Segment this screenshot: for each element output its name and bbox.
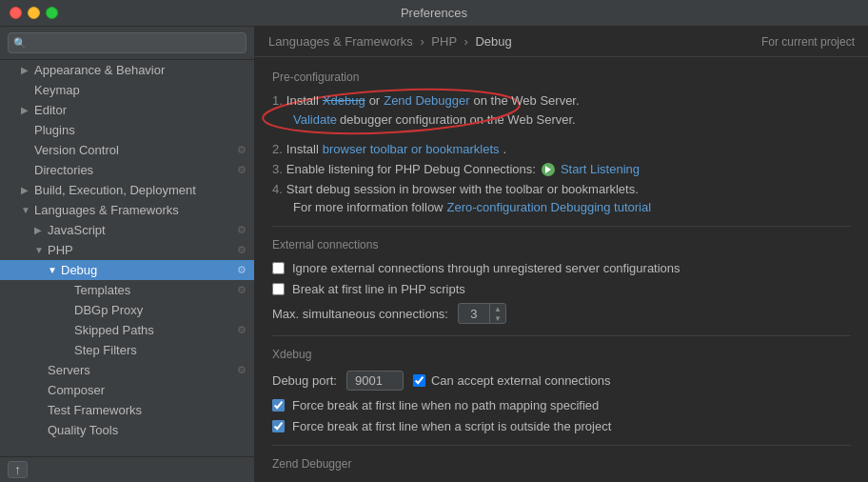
break-first-label: Break at first line in PHP scripts (292, 282, 465, 296)
sidebar-item-test-frameworks[interactable]: Test Frameworks (0, 400, 254, 420)
sidebar-item-directories[interactable]: Directories ⚙ (0, 160, 254, 180)
validate-link[interactable]: Validate (293, 112, 337, 127)
force-break-path-label: Force break at first line when no path m… (292, 398, 599, 412)
sidebar-item-quality-tools[interactable]: Quality Tools (0, 420, 254, 440)
arrow-icon: ▶ (21, 185, 34, 195)
breadcrumb-part1: Languages & Frameworks (268, 34, 413, 49)
force-break-outside-checkbox[interactable] (272, 420, 285, 432)
sidebar-item-javascript[interactable]: ▶ JavaScript ⚙ (0, 220, 254, 240)
sidebar-item-plugins[interactable]: Plugins (0, 120, 254, 140)
break-first-checkbox[interactable] (272, 283, 285, 295)
add-button[interactable]: ↑ (8, 461, 28, 478)
force-break-outside-row: Force break at first line when a script … (272, 419, 851, 433)
content-body: Pre-configuration 1. Install Xdebug or Z… (255, 57, 868, 482)
can-accept-checkbox[interactable] (413, 374, 425, 387)
sidebar-item-label: Version Control (34, 143, 237, 157)
debug-port-input[interactable] (346, 371, 404, 391)
breadcrumb-sep2: › (464, 34, 471, 49)
sidebar-item-label: Editor (34, 103, 247, 117)
step3-text: Enable listening for PHP Debug Connectio… (286, 162, 536, 176)
sidebar-tree: ▶ Appearance & Behavior Keymap ▶ Editor … (0, 60, 254, 456)
arrow-icon: ▼ (48, 265, 61, 275)
breadcrumb-sep1: › (420, 34, 427, 49)
sidebar: 🔍 ▶ Appearance & Behavior Keymap ▶ Edito… (0, 27, 255, 482)
start-listening-link[interactable]: Start Listening (561, 162, 640, 176)
sidebar-item-skipped-paths[interactable]: Skipped Paths ⚙ (0, 320, 254, 340)
sidebar-item-appearance[interactable]: ▶ Appearance & Behavior (0, 60, 254, 80)
arrow-icon: ▶ (21, 105, 34, 115)
maximize-button[interactable] (46, 7, 58, 19)
title-bar: Preferences (0, 0, 868, 27)
window-controls[interactable] (10, 7, 58, 19)
arrow-icon: ▼ (34, 245, 48, 255)
sidebar-item-languages[interactable]: ▼ Languages & Frameworks (0, 200, 254, 220)
sidebar-item-label: PHP (48, 243, 237, 257)
zend-debugger-link[interactable]: Zend Debugger (384, 93, 469, 108)
settings-icon: ⚙ (237, 364, 247, 376)
spinner-arrows: ▲ ▼ (489, 304, 505, 323)
sidebar-item-label: Appearance & Behavior (34, 63, 247, 77)
sidebar-item-version-control[interactable]: Version Control ⚙ (0, 140, 254, 160)
step4-text: Start debug session in browser with the … (286, 182, 639, 196)
sidebar-item-servers[interactable]: Servers ⚙ (0, 360, 254, 380)
spinner-up[interactable]: ▲ (490, 304, 505, 313)
minimize-button[interactable] (28, 7, 40, 19)
sidebar-item-label: Languages & Frameworks (34, 203, 247, 217)
sidebar-item-editor[interactable]: ▶ Editor (0, 100, 254, 120)
force-break-outside-label: Force break at first line when a script … (292, 419, 611, 433)
sidebar-item-label: DBGp Proxy (74, 303, 247, 317)
spinner-down[interactable]: ▼ (490, 313, 505, 323)
sidebar-item-debug[interactable]: ▼ Debug ⚙ (0, 260, 254, 280)
sidebar-item-dbgp[interactable]: DBGp Proxy (0, 300, 254, 320)
settings-icon: ⚙ (237, 264, 247, 276)
max-conn-input[interactable] (459, 305, 489, 323)
step2-dot: . (503, 142, 507, 156)
sidebar-item-label: Servers (48, 363, 237, 377)
sidebar-item-keymap[interactable]: Keymap (0, 80, 254, 100)
breadcrumb: Languages & Frameworks › PHP › Debug (268, 34, 512, 49)
pre-config-section-label: Pre-configuration (272, 70, 851, 84)
sidebar-item-step-filters[interactable]: Step Filters (0, 340, 254, 360)
for-project-label: For current project (761, 35, 855, 49)
sidebar-item-build[interactable]: ▶ Build, Execution, Deployment (0, 180, 254, 200)
sidebar-item-label: Directories (34, 163, 237, 177)
settings-icon: ⚙ (237, 244, 247, 256)
can-accept-row: Can accept external connections (413, 373, 611, 388)
more-info-text: For more information follow (293, 200, 444, 214)
sidebar-search-area[interactable]: 🔍 (0, 27, 254, 60)
arrow-icon: ▶ (21, 65, 34, 75)
window-title: Preferences (401, 6, 467, 20)
ignore-ext-row: Ignore external connections through unre… (272, 261, 851, 275)
sidebar-item-label: Debug (61, 263, 237, 277)
settings-icon: ⚙ (237, 284, 247, 296)
breadcrumb-current: Debug (475, 34, 511, 49)
debug-port-row: Debug port: Can accept external connecti… (272, 371, 851, 391)
sidebar-item-composer[interactable]: Composer (0, 380, 254, 400)
ignore-ext-checkbox[interactable] (272, 262, 285, 274)
sidebar-item-label: Quality Tools (48, 423, 247, 437)
force-break-path-checkbox[interactable] (272, 399, 285, 412)
browser-toolbar-link[interactable]: browser toolbar or bookmarklets (323, 142, 500, 156)
settings-icon: ⚙ (237, 164, 247, 176)
max-conn-spinner[interactable]: ▲ ▼ (458, 303, 506, 324)
force-break-path-row: Force break at first line when no path m… (272, 398, 851, 412)
sidebar-item-label: Templates (74, 283, 237, 297)
close-button[interactable] (10, 7, 22, 19)
sidebar-item-label: Step Filters (74, 343, 247, 357)
max-conn-label: Max. simultaneous connections: (272, 307, 448, 321)
zero-config-link[interactable]: Zero-configuration Debugging tutorial (447, 200, 652, 214)
sidebar-item-php[interactable]: ▼ PHP ⚙ (0, 240, 254, 260)
divider2 (272, 335, 851, 336)
debug-port-label: Debug port: (272, 373, 337, 388)
ignore-ext-label: Ignore external connections through unre… (292, 261, 681, 275)
search-input[interactable] (8, 32, 247, 53)
validate-rest: debugger configuration on the Web Server… (340, 112, 576, 127)
xdebug-link[interactable]: Xdebug (323, 93, 365, 108)
sidebar-item-templates[interactable]: Templates ⚙ (0, 280, 254, 300)
sidebar-bottom-actions: ↑ (0, 456, 254, 482)
content-header: Languages & Frameworks › PHP › Debug For… (255, 27, 868, 57)
sidebar-item-label: Composer (48, 383, 247, 397)
step1-install: Install (286, 93, 319, 108)
divider3 (272, 445, 851, 446)
step2-num: 2. (272, 142, 283, 156)
